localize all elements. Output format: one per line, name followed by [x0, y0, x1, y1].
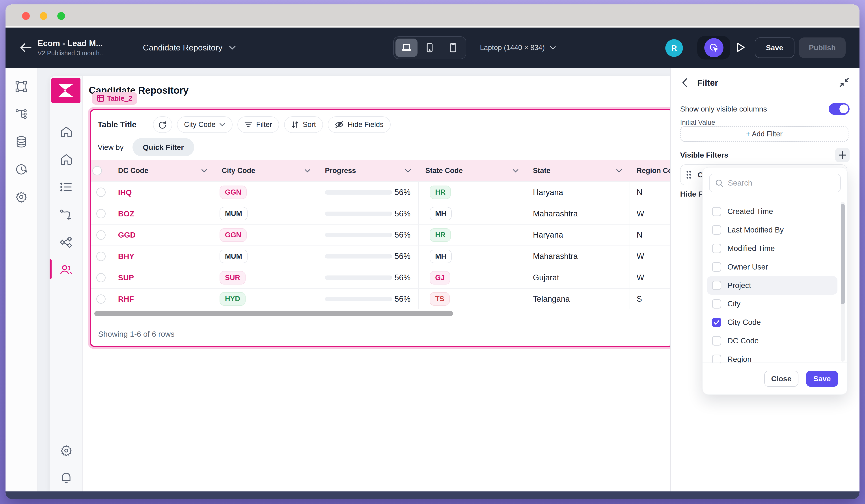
- save-button[interactable]: Save: [755, 37, 794, 58]
- pointer-mode-button[interactable]: [704, 38, 724, 58]
- option-checkbox[interactable]: [712, 355, 722, 363]
- option-checkbox[interactable]: [712, 207, 722, 216]
- region-cell[interactable]: N: [630, 225, 670, 246]
- row-select-cell[interactable]: [91, 203, 112, 224]
- state-code-cell[interactable]: MH: [419, 203, 526, 224]
- city-code-cell[interactable]: GGN: [215, 225, 318, 246]
- state-code-cell[interactable]: HR: [419, 182, 526, 203]
- state-cell[interactable]: Telangana: [526, 289, 630, 309]
- state-code-cell[interactable]: HR: [419, 225, 526, 246]
- row-radio[interactable]: [96, 209, 106, 219]
- table-row[interactable]: SUPSUR56%GJGujaratW: [91, 267, 670, 288]
- option-checkbox[interactable]: [712, 299, 722, 309]
- progress-cell[interactable]: 56%: [318, 246, 419, 267]
- city-code-cell[interactable]: MUM: [215, 203, 318, 224]
- option-checkbox[interactable]: [712, 336, 722, 345]
- progress-cell[interactable]: 56%: [318, 203, 419, 224]
- sidebar-item-candidates-active[interactable]: [59, 263, 73, 276]
- device-tablet-button[interactable]: [442, 38, 464, 57]
- option-checkbox[interactable]: [712, 281, 722, 290]
- column-option-owner-user[interactable]: Owner User: [707, 258, 838, 276]
- quick-filter-pill[interactable]: Quick Filter: [132, 138, 194, 156]
- rail-item-settings[interactable]: [9, 185, 34, 209]
- rail-item-workflows[interactable]: [9, 102, 34, 126]
- table-row[interactable]: BHYMUM56%MHMaharashtraW: [91, 246, 670, 267]
- sidebar-item-list[interactable]: [59, 180, 73, 194]
- region-cell[interactable]: W: [630, 246, 670, 267]
- column-option-dc-code[interactable]: DC Code: [707, 332, 838, 350]
- column-header-city-code[interactable]: City Code: [215, 160, 318, 181]
- row-select-cell[interactable]: [91, 289, 112, 309]
- city-code-cell[interactable]: MUM: [215, 246, 318, 267]
- row-radio[interactable]: [96, 252, 106, 261]
- sidebar-item-settings[interactable]: [59, 444, 73, 457]
- city-code-cell[interactable]: GGN: [215, 182, 318, 203]
- region-cell[interactable]: W: [630, 267, 670, 288]
- row-select-cell[interactable]: [91, 267, 112, 288]
- sidebar-item-home-2[interactable]: [59, 153, 73, 166]
- option-checkbox[interactable]: [712, 318, 722, 327]
- column-header-progress[interactable]: Progress: [318, 160, 419, 181]
- filter-button[interactable]: Filter: [238, 116, 279, 133]
- device-mobile-button[interactable]: [419, 38, 441, 57]
- back-chevron-button[interactable]: [682, 78, 687, 87]
- state-cell[interactable]: Maharashtra: [526, 203, 630, 224]
- select-all-circle[interactable]: [92, 166, 102, 175]
- row-select-cell[interactable]: [91, 225, 112, 246]
- table-row[interactable]: BOZMUM56%MHMaharashtraW: [91, 203, 670, 224]
- progress-cell[interactable]: 56%: [318, 289, 419, 309]
- table-row[interactable]: IHQGGN56%HRHaryanaN: [91, 181, 670, 203]
- dc-code-cell[interactable]: SUP: [111, 267, 215, 288]
- device-size-dropdown[interactable]: Laptop (1440 × 834): [480, 27, 556, 68]
- sidebar-item-share[interactable]: [59, 236, 73, 249]
- rail-item-canvas[interactable]: [9, 74, 34, 99]
- row-radio[interactable]: [96, 188, 106, 197]
- back-button[interactable]: [20, 27, 32, 68]
- rail-item-history[interactable]: [9, 157, 34, 181]
- progress-cell[interactable]: 56%: [318, 225, 419, 246]
- refresh-button[interactable]: [153, 116, 172, 133]
- app-title-block[interactable]: Ecom - Lead M... V2 Published 3 month...: [37, 27, 105, 68]
- city-code-cell[interactable]: SUR: [215, 267, 318, 288]
- option-checkbox[interactable]: [712, 225, 722, 235]
- publish-button[interactable]: Publish: [799, 37, 846, 58]
- widget-tag[interactable]: Table_2: [92, 92, 137, 105]
- region-cell[interactable]: N: [630, 182, 670, 203]
- state-cell[interactable]: Gujarat: [526, 267, 630, 288]
- collapse-panel-button[interactable]: [839, 77, 850, 88]
- table-row[interactable]: GGDGGN56%HRHaryanaN: [91, 224, 670, 246]
- column-header-state[interactable]: State: [526, 160, 630, 181]
- state-cell[interactable]: Maharashtra: [526, 246, 630, 267]
- sidebar-item-notifications[interactable]: [59, 472, 73, 485]
- sidebar-item-home[interactable]: [59, 125, 73, 138]
- add-visible-filter-button[interactable]: [835, 148, 850, 162]
- column-header-dc-code[interactable]: DC Code: [111, 160, 215, 181]
- column-option-region[interactable]: Region: [707, 350, 838, 363]
- add-filter-button[interactable]: + Add Filter: [680, 126, 849, 142]
- column-option-project[interactable]: Project: [707, 276, 838, 295]
- region-cell[interactable]: S: [630, 289, 670, 309]
- app-logo[interactable]: [51, 78, 81, 103]
- dc-code-cell[interactable]: RHF: [111, 289, 215, 309]
- state-code-cell[interactable]: GJ: [419, 267, 526, 288]
- city-code-cell[interactable]: HYD: [215, 289, 318, 309]
- row-radio[interactable]: [96, 230, 106, 240]
- user-avatar[interactable]: R: [665, 39, 683, 57]
- progress-cell[interactable]: 56%: [318, 267, 419, 288]
- column-option-city[interactable]: City: [707, 295, 838, 313]
- column-header-region-code[interactable]: Region Code: [630, 160, 670, 181]
- table-widget[interactable]: Table Title City Code Filter: [90, 109, 670, 347]
- row-radio[interactable]: [96, 294, 106, 304]
- visible-columns-toggle[interactable]: [829, 103, 850, 115]
- search-input[interactable]: [728, 178, 835, 187]
- dc-code-cell[interactable]: GGD: [111, 225, 215, 246]
- region-cell[interactable]: W: [630, 203, 670, 224]
- table-row[interactable]: RHFHYD56%TSTelanganaS: [91, 288, 670, 309]
- zoom-window-button[interactable]: [57, 12, 65, 20]
- state-cell[interactable]: Haryana: [526, 182, 630, 203]
- column-option-created-time[interactable]: Created Time: [707, 202, 838, 221]
- option-checkbox[interactable]: [712, 244, 722, 253]
- device-laptop-button[interactable]: [395, 38, 417, 57]
- sort-button[interactable]: Sort: [284, 116, 323, 133]
- column-option-modified-time[interactable]: Modified Time: [707, 239, 838, 258]
